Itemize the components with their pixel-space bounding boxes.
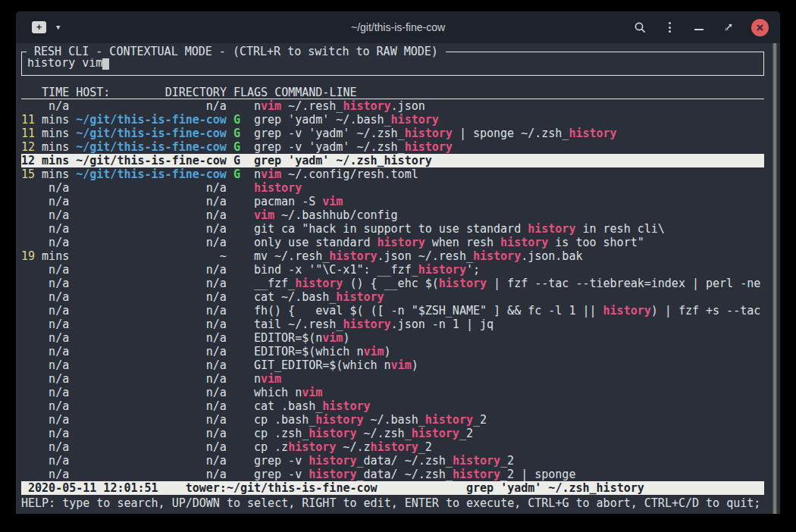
- time-cell: n/a: [21, 440, 69, 454]
- flags-cell: [233, 249, 240, 263]
- scrollbar[interactable]: [772, 43, 778, 514]
- time-cell: n/a: [21, 318, 69, 331]
- flags-cell: [233, 263, 240, 277]
- directory-cell: n/a: [76, 99, 227, 113]
- history-row[interactable]: n/an/agit ca "hack in support to use sta…: [21, 222, 764, 236]
- time-cell: n/a: [21, 399, 69, 413]
- flags-cell: G: [233, 167, 240, 181]
- directory-cell: ~/git/this-is-fine-cow: [76, 113, 227, 127]
- command-cell: cp .bash_history ~/.bash_history_2: [254, 413, 487, 427]
- status-command: grep 'yadm' ~/.zsh_history: [466, 481, 644, 495]
- time-cell: n/a: [21, 195, 69, 208]
- time-cell: n/a: [21, 454, 69, 468]
- flags-cell: G: [233, 127, 240, 140]
- command-cell: git ca "hack in support to use standard …: [254, 222, 665, 236]
- history-row[interactable]: n/an/acp .bash_history ~/.bash_history_2: [21, 413, 764, 427]
- history-row[interactable]: n/an/acp .zhistory ~/.zhistory_2: [21, 440, 764, 454]
- time-cell: n/a: [21, 263, 69, 277]
- history-row[interactable]: 11 mins~/git/this-is-fine-cowGgrep 'yadm…: [21, 113, 764, 127]
- history-row[interactable]: 12 mins~/git/this-is-fine-cowGgrep -v 'y…: [21, 140, 764, 154]
- flags-cell: G: [233, 140, 240, 154]
- search-icon: [634, 21, 647, 34]
- flags-cell: G: [233, 113, 240, 127]
- history-row[interactable]: n/an/acat .bash_history: [21, 399, 764, 413]
- titlebar[interactable]: + ▼ ~/git/this-is-fine-cow: [16, 11, 780, 43]
- directory-cell: n/a: [76, 440, 227, 454]
- directory-cell: n/a: [76, 372, 227, 386]
- time-cell: 12 mins: [21, 140, 69, 154]
- history-row[interactable]: n/an/abind -x '"\C-x1": __fzf_history';: [21, 263, 764, 277]
- flags-cell: [233, 318, 240, 331]
- flags-cell: [233, 181, 240, 195]
- kebab-menu-button[interactable]: [663, 20, 676, 34]
- flags-cell: [233, 427, 240, 440]
- flags-cell: [233, 454, 240, 468]
- time-cell: n/a: [21, 222, 69, 236]
- terminal-window: + ▼ ~/git/this-is-fine-cow: [16, 11, 780, 514]
- directory-cell: n/a: [76, 277, 227, 290]
- history-row[interactable]: n/an/acat ~/.bash_history: [21, 290, 764, 304]
- flags-cell: [233, 236, 240, 249]
- history-row[interactable]: n/an/afh() { eval $( ([ -n "$ZSH_NAME" ]…: [21, 304, 764, 318]
- directory-cell: n/a: [76, 290, 227, 304]
- history-row[interactable]: n/an/ahistory: [21, 181, 764, 195]
- flags-cell: [233, 331, 240, 345]
- history-row[interactable]: n/an/aonly use standard history when res…: [21, 236, 764, 249]
- directory-cell: n/a: [76, 304, 227, 318]
- text-cursor: [102, 58, 109, 70]
- history-row[interactable]: n/an/acp .zsh_history ~/.zsh_history_2: [21, 427, 764, 440]
- history-row[interactable]: 11 mins~/git/this-is-fine-cowGgrep -v 'y…: [21, 127, 764, 140]
- time-cell: n/a: [21, 358, 69, 372]
- history-row[interactable]: n/an/aGIT_EDITOR=$(which nvim): [21, 358, 764, 372]
- history-row[interactable]: 19 mins~mv ~/.resh_history.json ~/.resh_…: [21, 249, 764, 263]
- history-row[interactable]: n/an/agrep -v history_data/ ~/.zsh_histo…: [21, 454, 764, 468]
- command-cell: tail ~/.resh_history.json -n 1 | jq: [254, 318, 494, 331]
- flags-cell: [233, 358, 240, 372]
- history-row[interactable]: n/an/agrep -v history_data/ ~/.zsh_histo…: [21, 468, 764, 481]
- time-cell: n/a: [21, 99, 69, 113]
- history-row[interactable]: 15 mins~/git/this-is-fine-cowGnvim ~/.co…: [21, 167, 764, 181]
- flags-cell: [233, 372, 240, 386]
- time-cell: 15 mins: [21, 167, 69, 181]
- directory-cell: n/a: [76, 331, 227, 345]
- history-row[interactable]: n/an/aEDITOR=$(which nvim): [21, 345, 764, 358]
- history-row[interactable]: n/an/anvim: [21, 372, 764, 386]
- time-cell: 19 mins: [21, 249, 69, 263]
- time-cell: 11 mins: [21, 127, 69, 140]
- command-cell: cat .bash_history: [254, 399, 371, 413]
- command-cell: only use standard history when resh hist…: [254, 236, 644, 249]
- flags-cell: [233, 290, 240, 304]
- time-cell: n/a: [21, 290, 69, 304]
- history-row[interactable]: n/an/aEDITOR=$(nvim): [21, 331, 764, 345]
- history-row[interactable]: n/an/atail ~/.resh_history.json -n 1 | j…: [21, 318, 764, 331]
- directory-cell: ~/git/this-is-fine-cow: [76, 167, 227, 181]
- history-row[interactable]: n/an/apacman -S vim: [21, 195, 764, 208]
- time-cell: n/a: [21, 372, 69, 386]
- table-header: TIME HOST: DIRECTORY FLAGS COMMAND-LINE: [21, 86, 764, 99]
- time-cell: n/a: [21, 427, 69, 440]
- history-row[interactable]: n/an/awhich nvim: [21, 386, 764, 399]
- command-cell: cp .zhistory ~/.zhistory_2: [254, 440, 432, 454]
- command-cell: EDITOR=$(which nvim): [254, 345, 391, 358]
- close-button[interactable]: [751, 19, 769, 36]
- flags-cell: [233, 277, 240, 290]
- history-row[interactable]: n/an/anvim ~/.resh_history.json: [21, 99, 764, 113]
- time-cell: n/a: [21, 386, 69, 399]
- command-cell: grep -v history_data/ ~/.zsh_history_2: [254, 454, 514, 468]
- command-cell: EDITOR=$(nvim): [254, 331, 349, 345]
- time-cell: n/a: [21, 236, 69, 249]
- time-cell: n/a: [21, 277, 69, 290]
- restore-button[interactable]: [722, 20, 735, 34]
- command-cell: mv ~/.resh_history.json ~/.resh_history.…: [254, 249, 583, 263]
- command-cell: __fzf_history () { __ehc $(history | fzf…: [254, 277, 760, 290]
- minimize-button[interactable]: [692, 20, 706, 34]
- directory-cell: ~/git/this-is-fine-cow: [76, 140, 227, 154]
- history-row[interactable]: 12 mins~/git/this-is-fine-cowGgrep 'yadm…: [21, 154, 764, 167]
- command-cell: vim ~/.bashhub/config: [254, 208, 398, 222]
- history-row[interactable]: n/an/a__fzf_history () { __ehc $(history…: [21, 277, 764, 290]
- history-row[interactable]: n/an/avim ~/.bashhub/config: [21, 208, 764, 222]
- command-cell: grep -v 'yadm' ~/.zsh_history: [254, 140, 453, 154]
- search-button[interactable]: [633, 20, 647, 34]
- directory-cell: ~/git/this-is-fine-cow: [76, 127, 227, 140]
- search-panel: RESH CLI - CONTEXTUAL MODE - (CTRL+R to …: [21, 52, 764, 76]
